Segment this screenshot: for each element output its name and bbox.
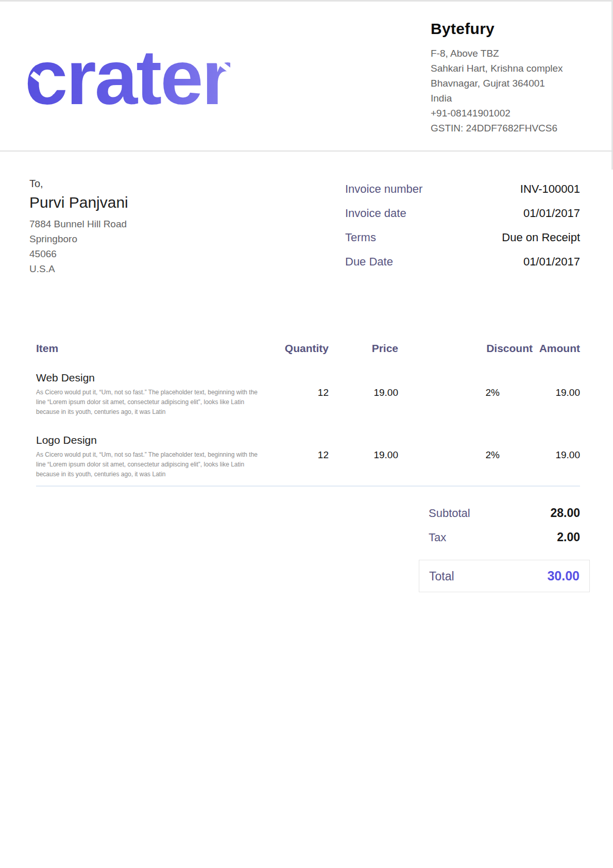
header-item: Item (36, 342, 262, 355)
due-date-label: Due Date (345, 255, 393, 269)
item-discount: 2% (398, 434, 533, 461)
table-bottom-divider (36, 486, 580, 487)
invoice-number-row: Invoice number INV-100001 (345, 182, 580, 196)
total-value: 30.00 (547, 569, 580, 583)
table-row: Logo Design As Cicero would put it, “Um,… (36, 434, 580, 479)
customer-greeting: To, (29, 176, 345, 191)
item-description: As Cicero would put it, “Um, not so fast… (36, 450, 258, 479)
items-table-header: Item Quantity Price Discount Amount (36, 342, 580, 355)
item-cell: Web Design As Cicero would put it, “Um, … (36, 372, 262, 417)
customer-name: Purvi Panjvani (29, 194, 345, 211)
company-address-line: Sahkari Hart, Krishna complex (431, 61, 580, 76)
terms-value: Due on Receipt (502, 231, 580, 244)
item-quantity: 12 (262, 372, 329, 398)
company-gstin: GSTIN: 24DDF7682FHVCS6 (431, 121, 580, 136)
header-amount: Amount (533, 342, 580, 355)
grand-total-box: Total 30.00 (419, 560, 590, 592)
invoice-number-label: Invoice number (345, 182, 422, 196)
item-discount: 2% (398, 372, 533, 398)
table-row: Web Design As Cicero would put it, “Um, … (36, 372, 580, 417)
customer-address-line: 45066 (29, 246, 345, 261)
customer-address-line: Springboro (29, 231, 345, 246)
terms-row: Terms Due on Receipt (345, 231, 580, 244)
item-quantity: 12 (262, 434, 329, 461)
item-cell: Logo Design As Cicero would put it, “Um,… (36, 434, 262, 479)
invoice-date-row: Invoice date 01/01/2017 (345, 207, 580, 220)
header-quantity: Quantity (262, 342, 329, 355)
invoice-page: crater Bytefury F-8, Above TBZ Sahkari H… (0, 0, 613, 868)
company-address-line: India (431, 91, 580, 106)
tax-value: 2.00 (557, 530, 580, 544)
item-amount: 19.00 (533, 372, 580, 398)
item-name: Logo Design (36, 434, 262, 446)
header-discount: Discount (398, 342, 533, 355)
company-block: Bytefury F-8, Above TBZ Sahkari Hart, Kr… (431, 2, 580, 151)
invoice-date-label: Invoice date (345, 207, 406, 220)
tax-label: Tax (429, 531, 446, 544)
company-address-line: F-8, Above TBZ (431, 46, 580, 61)
invoice-date-value: 01/01/2017 (523, 207, 580, 220)
subtotal-row: Subtotal 28.00 (429, 506, 580, 520)
company-address-line: Bhavnagar, Gujrat 364001 (431, 76, 580, 91)
items-table: Item Quantity Price Discount Amount Web … (0, 342, 613, 487)
customer-block: To, Purvi Panjvani 7884 Bunnel Hill Road… (29, 176, 345, 279)
due-date-row: Due Date 01/01/2017 (345, 255, 580, 269)
item-price: 19.00 (329, 434, 398, 461)
invoice-meta-block: Invoice number INV-100001 Invoice date 0… (345, 176, 580, 279)
item-name: Web Design (36, 372, 262, 384)
invoice-header: crater Bytefury F-8, Above TBZ Sahkari H… (0, 2, 613, 152)
header-price: Price (329, 342, 398, 355)
company-phone: +91-08141901002 (431, 106, 580, 121)
company-name: Bytefury (431, 20, 580, 38)
customer-address-line: U.S.A (29, 261, 345, 276)
item-price: 19.00 (329, 372, 398, 398)
terms-label: Terms (345, 231, 376, 244)
invoice-info-section: To, Purvi Panjvani 7884 Bunnel Hill Road… (0, 176, 613, 279)
tax-row: Tax 2.00 (429, 530, 580, 544)
due-date-value: 01/01/2017 (523, 255, 580, 269)
item-description: As Cicero would put it, “Um, not so fast… (36, 388, 258, 417)
invoice-number-value: INV-100001 (520, 182, 580, 196)
crater-logo: crater (25, 39, 230, 116)
total-label: Total (429, 570, 454, 583)
item-amount: 19.00 (533, 434, 580, 461)
subtotal-value: 28.00 (550, 506, 580, 520)
subtotal-label: Subtotal (429, 507, 470, 520)
totals-section: Subtotal 28.00 Tax 2.00 Total 30.00 (0, 506, 613, 592)
customer-address-line: 7884 Bunnel Hill Road (29, 216, 345, 231)
